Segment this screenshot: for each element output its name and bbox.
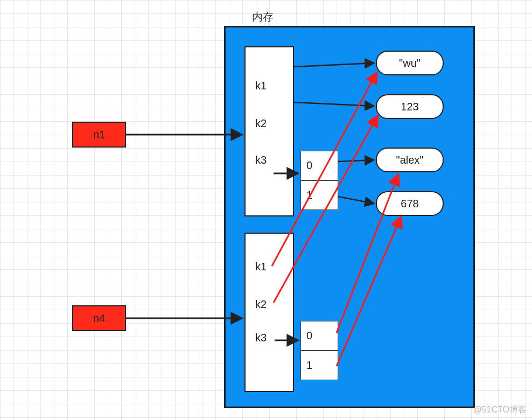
var-n1: n1 [72,122,126,148]
list2-0: 0 [300,321,338,351]
list2-1: 1 [300,351,338,380]
value-678: 678 [376,191,444,216]
var-n1-label: n1 [93,129,105,141]
value-alex: "alex" [376,148,444,172]
list1-1: 1 [300,180,338,210]
dict2-k1: k1 [255,261,267,273]
watermark: @51CTO博客 [473,404,527,416]
dict2-k3: k3 [255,332,267,344]
dict1-k1: k1 [255,80,267,92]
var-n4-label: n4 [93,312,105,325]
list1-0: 0 [300,151,338,180]
dict2-k2: k2 [255,298,267,311]
title-memory: 内存 [252,10,274,24]
dict1-k3: k3 [255,154,267,166]
dict2-box [244,233,294,392]
value-wu: "wu" [376,51,444,75]
dict1-box [244,46,294,216]
dict1-k2: k2 [255,117,267,130]
value-123: 123 [376,94,444,119]
var-n4: n4 [72,305,126,331]
